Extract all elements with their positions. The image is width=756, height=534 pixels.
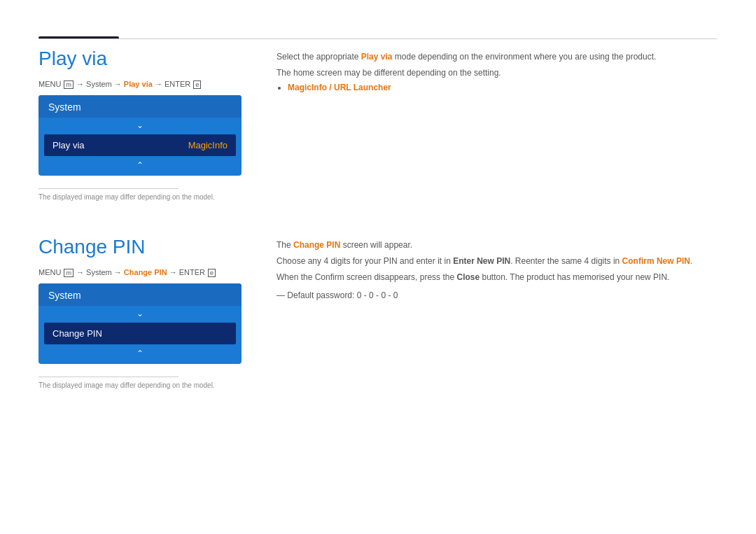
play-via-inline-highlight: Play via bbox=[361, 52, 393, 62]
play-via-left-col: Play via MENU m → System → Play via → EN… bbox=[38, 48, 248, 201]
change-pin-desc3: When the Confirm screen disappears, pres… bbox=[276, 271, 718, 284]
play-via-path-highlight: Play via bbox=[124, 80, 153, 88]
change-pin-title: Change PIN bbox=[38, 236, 248, 258]
menu-icon-2: m bbox=[64, 269, 74, 277]
change-pin-ui-header: System bbox=[38, 283, 241, 306]
change-pin-inline1: Change PIN bbox=[293, 240, 340, 250]
play-via-ui-title: System bbox=[48, 101, 81, 113]
change-pin-ui-title: System bbox=[48, 290, 81, 301]
enter-icon: e bbox=[193, 80, 201, 89]
close-label: Close bbox=[456, 272, 479, 282]
play-via-bullet-list: MagicInfo / URL Launcher bbox=[288, 83, 718, 92]
play-via-arrow-down: ⌃ bbox=[38, 159, 241, 176]
change-pin-arrow-up: ⌄ bbox=[38, 306, 241, 320]
default-password: ― Default password: 0 - 0 - 0 - 0 bbox=[276, 289, 718, 302]
play-via-divider bbox=[38, 188, 178, 189]
play-via-ui-row: Play via MagicInfo bbox=[44, 134, 236, 156]
change-pin-arrow-down: ⌃ bbox=[38, 347, 241, 364]
play-via-system-ui: System ⌄ Play via MagicInfo ⌃ bbox=[38, 95, 241, 176]
change-pin-row-label: Change PIN bbox=[52, 328, 102, 339]
change-pin-section: Change PIN MENU m → System → Change PIN … bbox=[38, 236, 718, 389]
change-pin-content-row: Change PIN MENU m → System → Change PIN … bbox=[38, 236, 718, 389]
change-pin-desc2: Choose any 4 digits for your PIN and ent… bbox=[276, 255, 718, 268]
enter-icon-2: e bbox=[208, 269, 216, 277]
top-divider bbox=[38, 38, 718, 39]
page-container: Play via MENU m → System → Play via → EN… bbox=[0, 0, 756, 534]
change-pin-system-ui: System ⌄ Change PIN ⌃ bbox=[38, 283, 241, 364]
enter-new-pin-label: Enter New PIN bbox=[453, 256, 510, 266]
menu-label-2: MENU bbox=[38, 268, 63, 276]
play-via-desc2: The home screen may be different dependi… bbox=[276, 66, 718, 80]
play-via-title: Play via bbox=[38, 48, 248, 70]
play-via-note: The displayed image may differ depending… bbox=[38, 193, 248, 201]
change-pin-right-col: The Change PIN screen will appear. Choos… bbox=[276, 236, 718, 305]
play-via-bullet-item: MagicInfo / URL Launcher bbox=[288, 83, 718, 92]
play-via-desc1: Select the appropriate Play via mode dep… bbox=[276, 50, 718, 64]
play-via-section: Play via MENU m → System → Play via → EN… bbox=[38, 48, 718, 201]
confirm-new-pin-label: Confirm New PIN bbox=[622, 256, 690, 266]
menu-icon: m bbox=[64, 80, 74, 89]
play-via-bullet-highlight: MagicInfo / URL Launcher bbox=[288, 83, 391, 92]
change-pin-left-col: Change PIN MENU m → System → Change PIN … bbox=[38, 236, 248, 389]
play-via-row-value: MagicInfo bbox=[188, 140, 227, 150]
menu-label: MENU bbox=[38, 80, 63, 88]
play-via-right-col: Select the appropriate Play via mode dep… bbox=[276, 48, 718, 92]
play-via-menu-path: MENU m → System → Play via → ENTER e bbox=[38, 80, 248, 88]
change-pin-divider bbox=[38, 377, 178, 377]
play-via-content-row: Play via MENU m → System → Play via → EN… bbox=[38, 48, 718, 201]
change-pin-note: The displayed image may differ depending… bbox=[38, 381, 248, 389]
change-pin-menu-path: MENU m → System → Change PIN → ENTER e bbox=[38, 268, 248, 276]
play-via-arrow-up: ⌄ bbox=[38, 118, 241, 132]
change-pin-desc1: The Change PIN screen will appear. bbox=[276, 239, 718, 252]
change-pin-ui-row: Change PIN bbox=[44, 323, 236, 344]
play-via-ui-header: System bbox=[38, 95, 241, 118]
change-pin-path-highlight: Change PIN bbox=[124, 268, 167, 276]
play-via-row-label: Play via bbox=[52, 140, 85, 150]
